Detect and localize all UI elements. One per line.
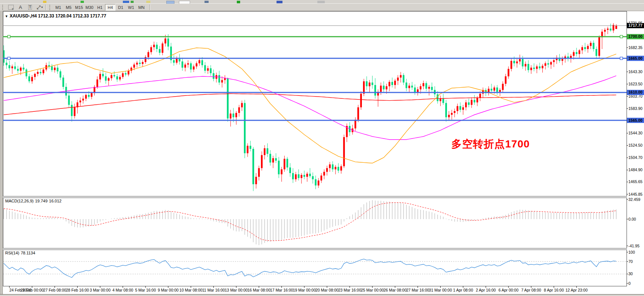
price-box-label: 1565.00 [628, 118, 643, 123]
time-axis-label: 10 Mar 08:00 [179, 288, 202, 292]
time-axis-label: 8 Apr 16:00 [544, 288, 564, 292]
chart-pane [3, 12, 627, 196]
time-axis-label: 31 Mar 00:00 [429, 288, 452, 292]
time-axis: 24 Feb 202026 Feb 00:0027 Feb 08:0028 Fe… [9, 286, 588, 292]
chevron-down-icon[interactable]: ▼ [5, 14, 8, 18]
price-axis: 1721.951682.351643.301623.501603.701583.… [627, 21, 644, 196]
chart-symbol-ohlc-line: ▼XAUUSD-,H4 1712.33 1720.04 1712.33 1717… [5, 13, 106, 19]
time-axis-label: 1 Apr 08:00 [453, 288, 473, 292]
macd-signal-value: 16.012 [49, 199, 62, 203]
rsi-name: RSI(14) [5, 251, 19, 255]
rsi-axis-label: 0 [628, 281, 631, 286]
time-axis-label: 23 Mar 16:00 [338, 288, 361, 292]
hline-handle[interactable] [620, 35, 623, 38]
time-axis-label: 27 Mar 16:00 [406, 288, 429, 292]
hline-handle[interactable] [8, 57, 10, 60]
price-axis-label: 1465.65 [628, 179, 643, 184]
rsi-axis-label: 70 [628, 259, 633, 264]
time-axis-label: 16 Mar 08:00 [248, 288, 271, 292]
symbol-ohlc-text: XAUUSD-,H4 1712.33 1720.04 1712.33 1717.… [10, 13, 106, 19]
time-axis-label: 9 Mar 00:00 [158, 288, 179, 292]
rsi-axis-label: 30 [628, 271, 633, 276]
rsi-indicator-label: RSI(14)78.1134 [5, 251, 37, 255]
price-box-label: 1717.77 [628, 23, 643, 27]
trading-platform-window: { "toolbar": { "tool_labels": ["F", "A",… [0, 0, 644, 296]
price-box-label: 1700.00 [628, 34, 643, 39]
time-axis-label: 12 Apr 23:00 [565, 288, 588, 292]
time-axis-label: 7 Apr 08:00 [521, 288, 541, 292]
price-box-label: 1610.00 [628, 90, 643, 94]
hline-handle[interactable] [620, 57, 623, 60]
time-axis-label: 26 Mar 08:00 [383, 288, 406, 292]
price-axis-label: 1643.30 [628, 69, 643, 74]
time-axis-label: 4 Mar 08:00 [112, 288, 133, 292]
time-axis-label: 20 Mar 08:00 [316, 288, 339, 292]
time-axis-label: 26 Feb 00:00 [20, 288, 43, 292]
chart-pane [3, 250, 627, 286]
time-axis-label: 17 Mar 16:00 [270, 288, 293, 292]
price-axis-label: 1524.50 [628, 143, 643, 147]
time-axis-label: 25 Mar 00:00 [361, 288, 384, 292]
time-axis-label: 6 Apr 00:00 [498, 288, 519, 292]
price-axis-label: 1445.85 [628, 192, 643, 196]
macd-axis-label: 0.00 [628, 217, 636, 221]
time-axis-label: 28 Feb 16:00 [66, 288, 89, 292]
chart-canvas[interactable]: 1721.951682.351643.301623.501603.701583.… [0, 0, 644, 296]
rsi-value: 78.1134 [21, 251, 35, 255]
chart-annotation-text[interactable]: 多空转折点1700 [451, 137, 530, 151]
price-axis-label: 1504.70 [628, 155, 643, 160]
time-axis-label: 27 Feb 08:00 [43, 288, 66, 292]
price-axis-label: 1682.35 [628, 45, 643, 50]
macd-indicator-label: MACD(12,26,9)19.74916.012 [5, 199, 63, 203]
price-axis-label: 1583.90 [628, 106, 643, 111]
price-axis-label: 1623.50 [628, 82, 643, 86]
chart-pane [3, 198, 627, 248]
time-axis-label: 11 Mar 16:00 [202, 288, 225, 292]
time-axis-label: 5 Mar 16:00 [135, 288, 156, 292]
time-axis-label: 13 Mar 00:00 [225, 288, 248, 292]
time-axis-label: 3 Mar 00:00 [90, 288, 111, 292]
price-axis-label: 1484.90 [628, 167, 643, 172]
macd-name: MACD(12,26,9) [5, 199, 33, 203]
macd-main-value: 19.749 [35, 199, 48, 203]
time-axis-label: 2 Apr 16:00 [476, 288, 496, 292]
status-bar-edge [0, 294, 644, 296]
macd-axis-label: -41.95 [628, 244, 640, 248]
price-box-label: 1665.00 [628, 56, 643, 61]
macd-axis-label: 32.459 [628, 197, 640, 202]
hline-handle[interactable] [8, 35, 10, 38]
price-axis-label: 1544.30 [628, 131, 643, 135]
rsi-axis-label: 100 [628, 250, 635, 254]
time-axis-label: 19 Mar 00:00 [293, 288, 316, 292]
